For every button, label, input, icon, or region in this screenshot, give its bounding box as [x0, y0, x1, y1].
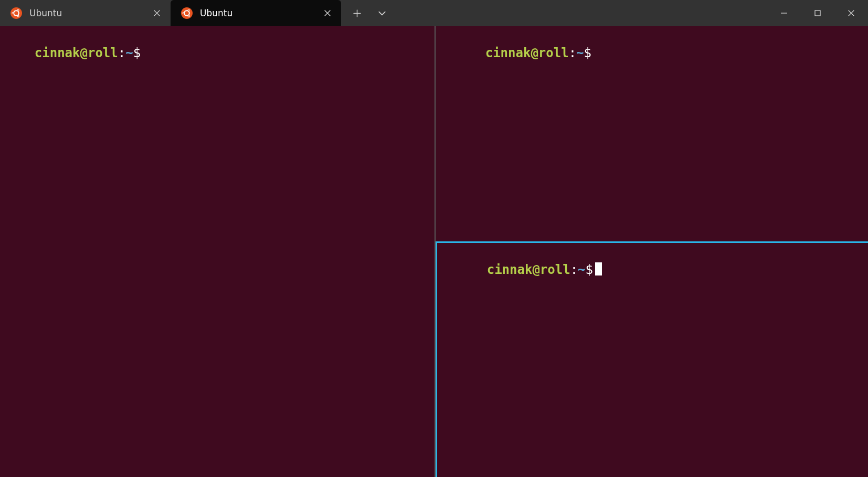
window-close-button[interactable]: [834, 0, 868, 26]
window-maximize-button[interactable]: [801, 0, 834, 26]
text-cursor: [595, 262, 602, 275]
ubuntu-icon: [181, 7, 193, 19]
prompt-colon: :: [569, 46, 576, 60]
svg-rect-5: [12, 13, 13, 14]
window-caption-controls: [767, 0, 868, 26]
titlebar: Ubuntu Ubuntu: [0, 0, 868, 26]
svg-rect-13: [183, 13, 184, 14]
prompt-path: ~: [576, 46, 584, 60]
close-icon: [848, 9, 855, 17]
minimize-icon: [780, 9, 788, 17]
prompt-path: ~: [125, 46, 133, 60]
new-tab-button[interactable]: [345, 2, 368, 25]
maximize-icon: [814, 9, 821, 17]
terminal-pane-left[interactable]: cinnak@roll:~$: [0, 26, 436, 477]
terminal-right-column: cinnak@roll:~$ cinnak@roll:~$: [436, 26, 868, 477]
prompt-dollar: $: [584, 46, 591, 60]
prompt-dollar: $: [586, 262, 593, 277]
prompt-path: ~: [578, 262, 585, 277]
tab-close-button[interactable]: [150, 6, 164, 20]
prompt-colon: :: [118, 46, 125, 60]
plus-icon: [353, 9, 361, 17]
titlebar-actions: [341, 0, 394, 26]
tab-close-button[interactable]: [320, 6, 335, 20]
close-icon: [154, 10, 160, 16]
prompt-user-host: cinnak@roll: [485, 46, 569, 60]
terminal-pane-top-right[interactable]: cinnak@roll:~$: [436, 26, 868, 241]
prompt-colon: :: [570, 262, 578, 277]
titlebar-drag-region[interactable]: [394, 0, 767, 26]
prompt-user-host: cinnak@roll: [35, 46, 118, 60]
window-minimize-button[interactable]: [767, 0, 801, 26]
svg-rect-16: [815, 10, 820, 16]
ubuntu-icon: [10, 7, 22, 19]
tab-label: Ubuntu: [200, 8, 313, 18]
close-icon: [324, 10, 331, 16]
tab-ubuntu-2[interactable]: Ubuntu: [171, 0, 341, 26]
terminal-workspace: cinnak@roll:~$ cinnak@roll:~$ cinnak@rol…: [0, 26, 868, 477]
tab-strip: Ubuntu Ubuntu: [0, 0, 341, 26]
tab-label: Ubuntu: [29, 8, 142, 18]
prompt-dollar: $: [133, 46, 141, 60]
chevron-down-icon: [378, 9, 386, 17]
tab-dropdown-button[interactable]: [371, 2, 394, 25]
terminal-pane-bottom-right[interactable]: cinnak@roll:~$: [436, 241, 868, 477]
prompt-user-host: cinnak@roll: [487, 262, 570, 277]
tab-ubuntu-1[interactable]: Ubuntu: [0, 0, 171, 26]
